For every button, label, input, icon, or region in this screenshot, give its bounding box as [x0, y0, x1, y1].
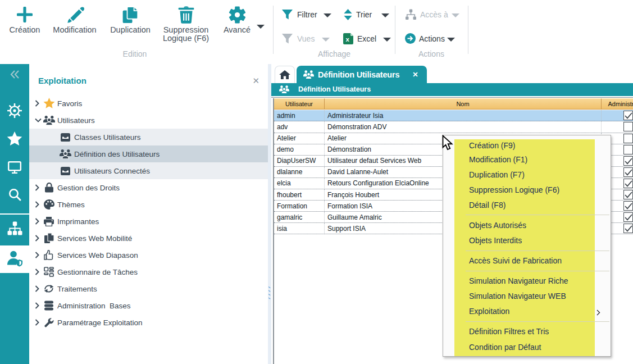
- svg-text:x: x: [345, 36, 349, 43]
